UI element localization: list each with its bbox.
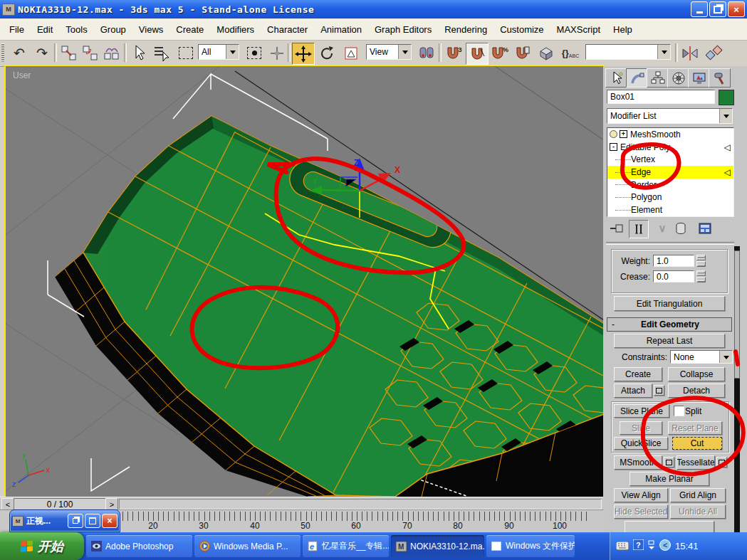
configure-modifier-sets-icon[interactable] [696,220,714,237]
stack-item-meshsmooth[interactable]: + MeshSmooth [607,128,733,141]
cut-button[interactable]: Cut [672,437,722,450]
window-crossing-icon[interactable] [244,43,265,63]
menu-group[interactable]: Group [94,19,132,40]
pin-stack-icon[interactable] [607,220,626,237]
named-selection-icon[interactable]: {}ABC [560,43,581,63]
object-color-swatch[interactable] [719,90,734,105]
select-and-manipulate-icon[interactable] [266,43,288,63]
clock[interactable]: 15:41 [675,541,699,551]
selection-filter-dropdown[interactable]: All [198,44,239,60]
title-bar[interactable]: M NOKIA3310-12.max - 3ds max 5 - Stand-a… [0,0,747,19]
clipped-button-row[interactable] [625,521,714,532]
attach-list-button[interactable] [654,385,664,396]
angle-snap-icon[interactable] [466,43,489,65]
close-button[interactable]: × [728,1,745,17]
stack-item-polygon[interactable]: Polygon [607,191,733,204]
viewport-canvas[interactable]: X Y Z x y z [6,66,603,497]
detach-button[interactable]: Detach [668,384,725,398]
menu-character[interactable]: Character [261,19,314,40]
floating-close-button[interactable]: × [102,514,117,528]
menu-maxscript[interactable]: MAXScript [550,19,607,40]
menu-graph-editors[interactable]: Graph Editors [368,19,438,40]
taskbar-item-ie[interactable]: e 忆星音乐__专辑... [303,535,389,557]
menu-create[interactable]: Create [169,19,210,40]
view-align-button[interactable]: View Align [614,488,668,502]
crease-spinner[interactable] [696,270,706,282]
restore-button[interactable] [709,1,726,17]
track-bar-slider[interactable] [119,499,602,509]
select-and-link-icon[interactable] [58,43,80,63]
menu-tools[interactable]: Tools [59,19,93,40]
expand-icon[interactable]: + [620,130,627,138]
bind-to-spacewarp-icon[interactable] [101,43,122,63]
unlink-icon[interactable] [80,43,101,63]
keyboard-ime-icon[interactable] [616,540,629,553]
floating-restore-button[interactable] [68,514,83,528]
msmooth-settings-button[interactable] [664,457,674,467]
slice-button[interactable]: Slice [620,421,662,435]
rectangular-selection-region-icon[interactable] [175,43,197,63]
stack-item-edge[interactable]: Edge ◁ [607,166,733,179]
modifier-list-dropdown[interactable]: Modifier List [607,108,733,124]
menu-animation[interactable]: Animation [314,19,368,40]
scrollbar-thumb[interactable] [734,250,740,379]
dropdown-arrow-icon[interactable] [719,109,732,123]
select-object-icon[interactable] [128,43,150,63]
spinner-snap-icon[interactable] [511,43,533,63]
msmooth-button[interactable]: MSmooth [614,455,662,470]
toolbar-grip[interactable] [1,43,4,62]
floating-window[interactable]: M 正视... × [9,509,120,532]
dropdown-arrow-icon[interactable] [398,45,411,59]
weight-field[interactable]: 1.0 [653,255,694,267]
taskbar-item-photoshop[interactable]: Adobe Photoshop [86,535,192,557]
tab-utilities[interactable] [709,68,731,88]
mirror-icon[interactable] [679,43,701,63]
tab-motion[interactable] [667,68,689,88]
menu-modifiers[interactable]: Modifiers [210,19,261,40]
select-and-scale-icon[interactable] [340,43,362,63]
tab-modify[interactable] [626,68,648,88]
hide-selected-button[interactable]: Hide Selected [614,504,668,519]
constraints-dropdown[interactable]: None [670,350,733,364]
viewport-label[interactable]: User [13,70,31,80]
dropdown-arrow-icon[interactable] [226,45,239,59]
collapse-button[interactable]: Collapse [668,367,725,381]
select-by-name-icon[interactable] [151,43,172,63]
panel-scrollbar[interactable] [734,246,740,532]
tab-display[interactable] [688,68,710,88]
edit-geometry-rollout[interactable]: - Edit Geometry [607,317,732,332]
remove-modifier-icon[interactable] [672,220,690,237]
rollout-collapse-icon[interactable]: - [612,319,615,329]
menu-file[interactable]: File [3,19,31,40]
object-name-field[interactable]: Box01 [607,90,715,104]
floating-maximize-button[interactable] [85,514,100,528]
menu-customize[interactable]: Customize [493,19,550,40]
minimize-button[interactable] [691,1,708,17]
taskbar-item-3dsmax[interactable]: M NOKIA3310-12.ma... [391,535,484,557]
viewport[interactable]: X Y Z x y z [6,66,603,497]
quickslice-button[interactable]: QuickSlice [614,437,668,450]
select-and-move-icon[interactable] [292,43,315,65]
menu-rendering[interactable]: Rendering [438,19,493,40]
make-planar-button[interactable]: Make Planar [630,472,709,486]
create-button[interactable]: Create [614,367,662,381]
named-selection-dropdown[interactable] [585,44,671,60]
repeat-last-button[interactable]: Repeat Last [614,334,725,348]
phone-top-face[interactable] [83,116,603,497]
tab-hierarchy[interactable] [647,68,669,88]
language-bar-chevron-icon[interactable] [648,540,655,553]
keyboard-shortcut-override-icon[interactable] [536,43,557,63]
taskbar-item-file-protection[interactable]: Windows 文件保护 [486,535,575,557]
prev-frame-button[interactable]: < [1,498,14,510]
snap-toggle-3d-icon[interactable]: 3 [443,43,464,63]
reset-plane-button[interactable]: Reset Plane [668,421,722,435]
tessellate-button[interactable]: Tessellate [677,455,715,470]
show-end-result-icon[interactable] [629,220,649,238]
help-tray-icon[interactable]: ? [633,539,644,553]
collapse-icon[interactable]: - [610,143,617,151]
reference-coordsys-dropdown[interactable]: View [366,44,412,60]
undo-icon[interactable]: ↶ [9,43,30,63]
start-button[interactable]: 开始 [0,532,84,560]
grid-align-button[interactable]: Grid Align [670,488,726,502]
dropdown-arrow-icon[interactable] [719,351,732,363]
